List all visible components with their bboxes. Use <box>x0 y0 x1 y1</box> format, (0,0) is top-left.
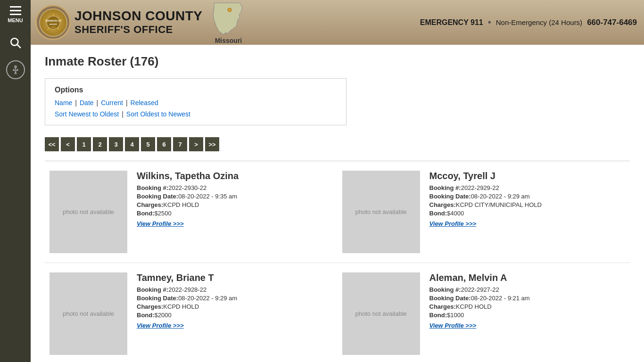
inmate-name-1: Wilkins, Tapetha Ozina <box>137 171 333 181</box>
booking-date-val-4: 08-20-2022 - 9:21 am <box>471 295 530 302</box>
inmate-photo-2: photo not available <box>342 171 420 253</box>
hamburger-line-1 <box>10 6 21 8</box>
filter-links: Name | Date | Current | Released <box>55 99 337 107</box>
booking-num-val-4: 2022-2927-22 <box>461 286 499 293</box>
emergency-label: EMERGENCY 911 <box>420 18 483 27</box>
inmate-name-2: Mccoy, Tyrell J <box>429 171 626 181</box>
filter-released-link[interactable]: Released <box>131 99 158 107</box>
inmate-row: photo not available Mccoy, Tyrell J Book… <box>338 161 630 263</box>
state-label: Missouri <box>215 37 242 44</box>
inmate-grid: photo not available Wilkins, Tapetha Ozi… <box>45 161 630 362</box>
inmate-info-2: Mccoy, Tyrell J Booking #:2022-2929-22 B… <box>429 171 626 253</box>
inmate-bond-1: Bond:$2500 <box>137 210 333 217</box>
badge-inner: JOHNSON CO SHERIFF 1854 <box>39 8 67 37</box>
options-title: Options <box>55 86 337 94</box>
booking-num-label: Booking #: <box>137 184 168 191</box>
inmate-bond-4: Bond:$1000 <box>429 312 626 319</box>
main-content: JOHNSON CO SHERIFF 1854 JOHNSON COUNTY S… <box>31 0 644 362</box>
svg-point-0 <box>11 38 18 45</box>
inmate-bond-2: Bond:$4000 <box>429 210 626 217</box>
bond-label-2: Bond: <box>429 210 447 217</box>
accessibility-button[interactable] <box>6 60 25 79</box>
svg-text:JOHNSON CO: JOHNSON CO <box>45 19 61 22</box>
inmate-info-1: Wilkins, Tapetha Ozina Booking #:2022-29… <box>137 171 333 253</box>
filter-name-link[interactable]: Name <box>55 99 72 107</box>
inmate-row: photo not available Aleman, Melvin A Boo… <box>338 263 630 362</box>
menu-button[interactable]: MENU <box>4 4 27 25</box>
photo-unavailable-4: photo not available <box>355 310 406 317</box>
charges-label-2: Charges: <box>429 201 456 208</box>
booking-num-val-3: 2022-2928-22 <box>168 286 206 293</box>
site-header-inner: JOHNSON CO SHERIFF 1854 JOHNSON COUNTY S… <box>31 0 644 45</box>
inmate-charges-4: Charges:KCPD HOLD <box>429 303 626 310</box>
view-profile-link-2[interactable]: View Profile >>> <box>429 220 477 227</box>
view-profile-link-1[interactable]: View Profile >>> <box>137 220 184 227</box>
inmate-booking-date-2: Booking Date:08-20-2022 - 9:29 am <box>429 193 626 200</box>
search-button[interactable] <box>4 32 27 53</box>
inmate-row: photo not available Wilkins, Tapetha Ozi… <box>45 161 338 263</box>
booking-num-val-2: 2022-2929-22 <box>461 184 499 191</box>
page-prev[interactable]: < <box>61 137 75 151</box>
page-first[interactable]: << <box>45 137 59 151</box>
inmate-name-4: Aleman, Melvin A <box>429 272 626 283</box>
inmate-charges-1: Charges:KCPD HOLD <box>137 201 333 208</box>
photo-unavailable-3: photo not available <box>63 310 114 317</box>
page-7[interactable]: 7 <box>173 137 187 151</box>
photo-unavailable-2: photo not available <box>355 208 406 215</box>
booking-date-val-2: 08-20-2022 - 9:29 am <box>471 193 530 200</box>
sort-links: Sort Newest to Oldest | Sort Oldest to N… <box>55 110 337 118</box>
inmate-booking-date-3: Booking Date:08-20-2022 - 9:29 am <box>137 295 333 302</box>
state-map: Missouri <box>212 0 245 44</box>
sort-newest-link[interactable]: Sort Newest to Oldest <box>55 110 119 118</box>
hamburger-line-2 <box>10 10 21 11</box>
booking-num-label-4: Booking #: <box>429 286 461 293</box>
inmate-info-4: Aleman, Melvin A Booking #:2022-2927-22 … <box>429 272 626 355</box>
inmate-booking-date-4: Booking Date:08-20-2022 - 9:21 am <box>429 295 626 302</box>
bond-val-2: $4000 <box>447 210 464 217</box>
bond-val-1: $2500 <box>155 210 172 217</box>
menu-label: MENU <box>8 17 23 23</box>
page-2[interactable]: 2 <box>93 137 107 151</box>
page-3[interactable]: 3 <box>109 137 123 151</box>
charges-label-4: Charges: <box>429 303 456 310</box>
inmate-photo-3: photo not available <box>50 272 127 355</box>
sep2: | <box>97 99 99 107</box>
hamburger-line-3 <box>10 14 21 15</box>
booking-date-val-1: 08-20-2022 - 9:35 am <box>178 193 237 200</box>
page-4[interactable]: 4 <box>125 137 139 151</box>
agency-name-line1: JOHNSON COUNTY <box>74 9 202 24</box>
charges-val-4: KCPD HOLD <box>456 303 492 310</box>
inmate-booking-num-3: Booking #:2022-2928-22 <box>137 286 333 293</box>
sort-oldest-link[interactable]: Sort Oldest to Newest <box>126 110 190 118</box>
page-next[interactable]: > <box>189 137 203 151</box>
charges-val-1: KCPD HOLD <box>163 201 199 208</box>
charges-val-3: KCPD HOLD <box>163 303 199 310</box>
content-area: Inmate Roster (176) Options Name | Date … <box>31 45 644 362</box>
view-profile-link-3[interactable]: View Profile >>> <box>137 322 184 329</box>
inmate-booking-num-1: Booking #:2022-2930-22 <box>137 184 333 191</box>
page-5[interactable]: 5 <box>141 137 155 151</box>
filter-current-link[interactable]: Current <box>101 99 123 107</box>
inmate-photo-4: photo not available <box>342 272 420 355</box>
agency-title: JOHNSON COUNTY SHERIFF'S OFFICE <box>74 9 202 36</box>
booking-num-label-3: Booking #: <box>137 286 168 293</box>
page-last[interactable]: >> <box>205 137 219 151</box>
dot-separator: • <box>488 17 491 28</box>
sep1: | <box>75 99 77 107</box>
booking-date-label: Booking Date: <box>137 193 178 200</box>
page-6[interactable]: 6 <box>157 137 171 151</box>
left-sidebar: MENU <box>0 0 31 362</box>
booking-date-label-3: Booking Date: <box>137 295 178 302</box>
phone-number: 660-747-6469 <box>587 18 637 27</box>
inmate-booking-num-2: Booking #:2022-2929-22 <box>429 184 626 191</box>
bond-label: Bond: <box>137 210 155 217</box>
options-box: Options Name | Date | Current | Released… <box>45 78 347 125</box>
view-profile-link-4[interactable]: View Profile >>> <box>429 322 477 329</box>
svg-point-8 <box>228 8 231 12</box>
non-emergency-label: Non-Emergency (24 Hours) <box>496 18 582 26</box>
filter-date-link[interactable]: Date <box>80 99 94 107</box>
page-1[interactable]: 1 <box>77 137 91 151</box>
charges-label-3: Charges: <box>137 303 163 310</box>
inmate-booking-date-1: Booking Date:08-20-2022 - 9:35 am <box>137 193 333 200</box>
inmate-booking-num-4: Booking #:2022-2927-22 <box>429 286 626 293</box>
